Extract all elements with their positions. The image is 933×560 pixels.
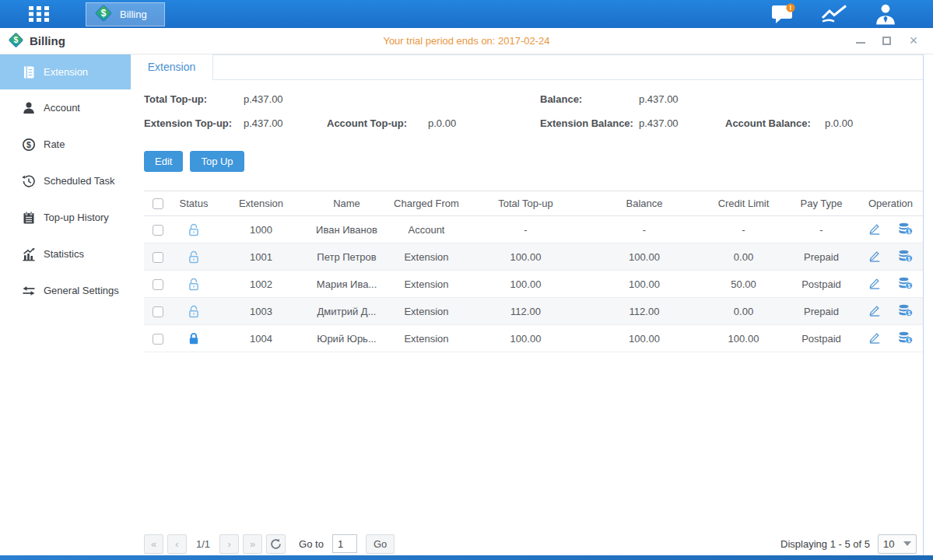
sidebar-item-statistics[interactable]: Statistics (0, 236, 131, 272)
transfer-arrows-icon (22, 284, 36, 298)
column-header-extension: Extension (216, 191, 306, 216)
extension-cell: 1001 (216, 243, 306, 271)
sidebar-item-topup-history[interactable]: Top-up History (0, 199, 131, 236)
total-topup-cell: - (465, 216, 586, 243)
pay-type-cell: Postpaid (784, 325, 858, 352)
sidebar-item-label: Rate (44, 138, 65, 150)
total-topup-cell: 100.00 (465, 243, 586, 271)
total-topup-value: p.437.00 (244, 93, 283, 105)
sidebar-item-general-settings[interactable]: General Settings (0, 272, 131, 309)
sidebar-item-label: Top-up History (44, 212, 109, 223)
status-cell (171, 243, 216, 271)
edit-pencil-icon[interactable] (868, 304, 881, 319)
last-page-button[interactable]: » (243, 534, 262, 554)
pagination-bar: « ‹ 1/1 › » Go to Go Di (131, 532, 923, 555)
row-checkbox[interactable] (153, 334, 163, 345)
row-checkbox[interactable] (153, 252, 163, 263)
minimize-icon[interactable] (856, 38, 865, 44)
credit-limit-cell: 0.00 (703, 298, 784, 325)
charged-from-cell: Extension (388, 298, 465, 325)
tab-extension[interactable]: Extension (131, 54, 213, 80)
row-checkbox[interactable] (153, 306, 163, 317)
notifications-icon[interactable]: ! (771, 3, 796, 25)
unlocked-icon (188, 305, 200, 318)
app-tab-billing[interactable]: $ Billing (86, 2, 165, 26)
topup-button[interactable]: Top Up (190, 151, 244, 172)
go-button[interactable]: Go (366, 534, 395, 554)
total-topup-cell: 112.00 (465, 298, 586, 325)
next-page-button[interactable]: › (219, 534, 239, 554)
sidebar-item-account[interactable]: Account (0, 89, 131, 126)
name-cell: Мария Ива... (306, 271, 388, 298)
sidebar-item-label: Account (44, 102, 80, 114)
total-topup-cell: 100.00 (465, 325, 586, 352)
extension-balance-value: p.437.00 (639, 117, 679, 129)
pay-type-cell: - (784, 216, 858, 243)
topup-coins-icon[interactable]: $ (898, 304, 913, 319)
first-page-button[interactable]: « (144, 534, 163, 554)
balance-cell: - (586, 216, 703, 243)
user-account-icon[interactable] (874, 4, 897, 25)
app-launcher-icon[interactable] (28, 5, 50, 23)
sidebar-item-extension[interactable]: Extension (0, 54, 131, 89)
svg-text:$: $ (26, 140, 31, 149)
window-bottom-border (0, 555, 933, 560)
tab-strip-filler (213, 54, 923, 80)
edit-pencil-icon[interactable] (868, 331, 881, 346)
sidebar-item-label: Statistics (44, 248, 84, 260)
locked-icon (188, 332, 200, 345)
select-all-checkbox[interactable] (153, 198, 163, 209)
notepad-icon (22, 211, 36, 225)
topup-coins-icon[interactable]: $ (898, 250, 913, 264)
column-header-charged-from: Charged From (388, 191, 465, 216)
status-cell (171, 216, 216, 243)
extension-cell: 1004 (216, 325, 306, 352)
edit-button[interactable]: Edit (144, 151, 183, 172)
window-titlebar: $ Billing Your trial period ends on: 201… (0, 28, 933, 54)
topup-coins-icon[interactable]: $ (898, 222, 913, 237)
column-header-status: Status (171, 191, 216, 216)
window-controls: × (856, 36, 919, 47)
history-clock-icon (22, 174, 36, 188)
edit-pencil-icon[interactable] (868, 250, 881, 264)
displaying-text: Displaying 1 - 5 of 5 (780, 538, 870, 550)
svg-text:$: $ (907, 229, 910, 235)
column-header-name: Name (306, 191, 388, 216)
page-size-value: 10 (883, 538, 894, 550)
column-header-pay-type: Pay Type (784, 191, 858, 216)
trial-notice: Your trial period ends on: 2017-02-24 (0, 35, 933, 47)
refresh-button[interactable] (266, 534, 286, 554)
credit-limit-cell: 0.00 (703, 243, 784, 271)
sidebar-item-label: General Settings (44, 285, 119, 296)
close-icon[interactable]: × (908, 36, 919, 47)
balance-cell: 112.00 (586, 298, 703, 325)
prev-page-button[interactable]: ‹ (167, 534, 187, 554)
maximize-icon[interactable] (882, 37, 891, 45)
charged-from-cell: Extension (388, 243, 465, 271)
sidebar-item-rate[interactable]: $ Rate (0, 126, 131, 163)
page-size-select[interactable]: 10 (878, 534, 917, 554)
svg-text:!: ! (790, 4, 792, 12)
app-tab-label: Billing (120, 9, 147, 20)
app-window: $ Billing ! (0, 0, 933, 560)
topbar: $ Billing ! (0, 0, 933, 28)
topup-coins-icon[interactable]: $ (898, 277, 913, 292)
column-header-credit-limit: Credit Limit (703, 191, 784, 216)
window-body: Extension Account $ Rate (0, 54, 933, 555)
topup-coins-icon[interactable]: $ (898, 331, 913, 346)
table-row: 1000 Иван Иванов Account - - - - (144, 216, 923, 243)
unlocked-icon (188, 278, 200, 291)
operation-cell: $ (858, 325, 923, 352)
sidebar-item-scheduled-task[interactable]: Scheduled Task (0, 163, 131, 199)
column-header-total-topup: Total Top-up (465, 191, 586, 216)
row-checkbox[interactable] (153, 279, 163, 290)
row-checkbox[interactable] (153, 225, 163, 236)
table-row: 1003 Дмитрий Д... Extension 112.00 112.0… (144, 298, 923, 325)
goto-page-input[interactable] (332, 534, 357, 553)
name-cell: Дмитрий Д... (306, 298, 388, 325)
edit-pencil-icon[interactable] (868, 277, 881, 292)
account-balance-value: p.0.00 (825, 117, 853, 129)
resource-monitor-icon[interactable] (821, 4, 849, 24)
extension-topup-value: p.437.00 (244, 117, 283, 129)
edit-pencil-icon[interactable] (868, 222, 881, 237)
